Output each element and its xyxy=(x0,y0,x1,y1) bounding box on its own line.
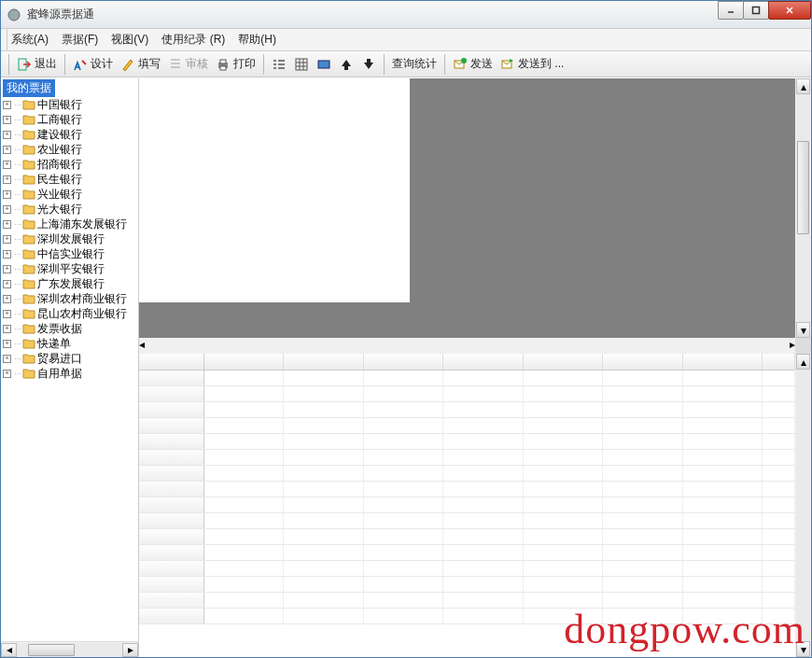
review-button[interactable]: 审核 xyxy=(164,54,212,75)
table-row[interactable] xyxy=(139,434,795,450)
expand-icon[interactable]: + xyxy=(3,220,11,229)
tree-item[interactable]: +⋯农业银行 xyxy=(1,142,138,157)
expand-icon[interactable]: + xyxy=(3,235,11,244)
scroll-up-icon[interactable]: ▴ xyxy=(796,354,810,370)
table-row[interactable] xyxy=(139,482,795,497)
row-header xyxy=(139,513,204,528)
tree-item[interactable]: +⋯民生银行 xyxy=(1,172,138,187)
tree-item[interactable]: +⋯招商银行 xyxy=(1,157,138,172)
query-button[interactable]: 查询统计 xyxy=(388,54,441,75)
table-row[interactable] xyxy=(139,593,795,609)
data-grid[interactable] xyxy=(139,354,795,657)
expand-icon[interactable]: + xyxy=(3,161,11,169)
table-row[interactable] xyxy=(139,450,795,466)
expand-icon[interactable]: + xyxy=(3,355,11,363)
expand-icon[interactable]: + xyxy=(3,205,11,214)
view-list-button[interactable] xyxy=(268,54,290,75)
maximize-button[interactable] xyxy=(743,1,769,20)
grid-col[interactable] xyxy=(204,354,284,370)
table-row[interactable] xyxy=(139,609,795,624)
table-row[interactable] xyxy=(139,513,795,529)
scroll-down-icon[interactable]: ▾ xyxy=(796,322,810,338)
tree-item[interactable]: +⋯深圳发展银行 xyxy=(1,231,138,246)
expand-icon[interactable]: + xyxy=(3,340,11,348)
grid-col[interactable] xyxy=(364,354,443,370)
design-button[interactable]: 设计 xyxy=(69,54,117,75)
menu-history[interactable]: 使用纪录 (R) xyxy=(156,29,231,50)
sidebar-hscroll[interactable]: ◂ ▸ xyxy=(1,641,138,657)
print-button[interactable]: 打印 xyxy=(212,54,259,75)
tree-item[interactable]: +⋯光大银行 xyxy=(1,202,138,217)
table-row[interactable] xyxy=(139,545,795,561)
row-header xyxy=(139,593,204,608)
expand-icon[interactable]: + xyxy=(3,146,11,154)
tree-item[interactable]: +⋯昆山农村商业银行 xyxy=(1,306,138,321)
table-row[interactable] xyxy=(139,466,795,482)
grid-vscroll[interactable]: ▴ ▾ xyxy=(795,354,811,657)
folder-icon xyxy=(22,308,35,319)
tree-item[interactable]: +⋯中信实业银行 xyxy=(1,246,138,261)
tree-item[interactable]: +⋯兴业银行 xyxy=(1,187,138,202)
grid-col[interactable] xyxy=(603,354,682,370)
grid-col[interactable] xyxy=(763,354,795,370)
canvas-hscroll[interactable]: ◂ ▸ xyxy=(139,338,811,354)
expand-icon[interactable]: + xyxy=(3,116,11,124)
tree-item[interactable]: +⋯建设银行 xyxy=(1,127,138,142)
tree-item[interactable]: +⋯工商银行 xyxy=(1,112,138,127)
canvas-vscroll[interactable]: ▴ ▾ xyxy=(795,78,811,338)
move-down-button[interactable] xyxy=(357,54,380,75)
move-up-button[interactable] xyxy=(335,54,357,75)
sendto-button[interactable]: 发送到 ... xyxy=(497,54,567,75)
view-card-button[interactable] xyxy=(313,54,335,75)
tree-root[interactable]: 我的票据 xyxy=(3,79,55,97)
scroll-down-icon[interactable]: ▾ xyxy=(796,641,810,657)
expand-icon[interactable]: + xyxy=(3,310,11,318)
expand-icon[interactable]: + xyxy=(3,131,11,139)
tree-item-label: 广东发展银行 xyxy=(37,276,105,292)
exit-button[interactable]: 退出 xyxy=(13,54,61,75)
tree-item[interactable]: +⋯广东发展银行 xyxy=(1,276,138,291)
tree-item[interactable]: +⋯发票收据 xyxy=(1,321,138,336)
tree-item[interactable]: +⋯贸易进口 xyxy=(1,351,138,366)
table-row[interactable] xyxy=(139,371,795,386)
grid-col[interactable] xyxy=(284,354,363,370)
expand-icon[interactable]: + xyxy=(3,280,11,288)
grid-col[interactable] xyxy=(524,354,603,370)
menu-view[interactable]: 视图(V) xyxy=(105,29,154,50)
table-row[interactable] xyxy=(139,386,795,402)
expand-icon[interactable]: + xyxy=(3,265,11,273)
table-row[interactable] xyxy=(139,402,795,418)
table-row[interactable] xyxy=(139,497,795,513)
table-row[interactable] xyxy=(139,529,795,545)
menu-bill[interactable]: 票据(F) xyxy=(56,29,104,50)
menu-system[interactable]: 系统(A) xyxy=(7,29,54,50)
table-row[interactable] xyxy=(139,577,795,593)
scroll-left-icon[interactable]: ◂ xyxy=(1,643,17,657)
expand-icon[interactable]: + xyxy=(3,190,11,199)
view-grid-button[interactable] xyxy=(290,54,313,75)
fill-button[interactable]: 填写 xyxy=(117,54,164,75)
menu-help[interactable]: 帮助(H) xyxy=(232,29,282,50)
scroll-right-icon[interactable]: ▸ xyxy=(122,643,138,657)
grid-col[interactable] xyxy=(683,354,763,370)
send-button[interactable]: 发送 xyxy=(449,54,497,75)
tree-item[interactable]: +⋯上海浦东发展银行 xyxy=(1,217,138,231)
tree-item[interactable]: +⋯中国银行 xyxy=(1,97,138,112)
tree-item[interactable]: +⋯自用单据 xyxy=(1,366,138,381)
minimize-button[interactable] xyxy=(718,1,744,20)
expand-icon[interactable]: + xyxy=(3,370,11,378)
expand-icon[interactable]: + xyxy=(3,175,11,184)
table-row[interactable] xyxy=(139,418,795,434)
expand-icon[interactable]: + xyxy=(3,295,11,303)
expand-icon[interactable]: + xyxy=(3,101,11,109)
close-button[interactable] xyxy=(768,1,811,20)
tree-item[interactable]: +⋯深圳农村商业银行 xyxy=(1,291,138,306)
scroll-up-icon[interactable]: ▴ xyxy=(796,78,810,94)
grid-col[interactable] xyxy=(443,354,523,370)
tree[interactable]: 我的票据 +⋯中国银行+⋯工商银行+⋯建设银行+⋯农业银行+⋯招商银行+⋯民生银… xyxy=(1,78,138,641)
tree-item[interactable]: +⋯快递单 xyxy=(1,336,138,351)
expand-icon[interactable]: + xyxy=(3,250,11,259)
table-row[interactable] xyxy=(139,561,795,577)
expand-icon[interactable]: + xyxy=(3,325,11,333)
tree-item[interactable]: +⋯深圳平安银行 xyxy=(1,261,138,276)
